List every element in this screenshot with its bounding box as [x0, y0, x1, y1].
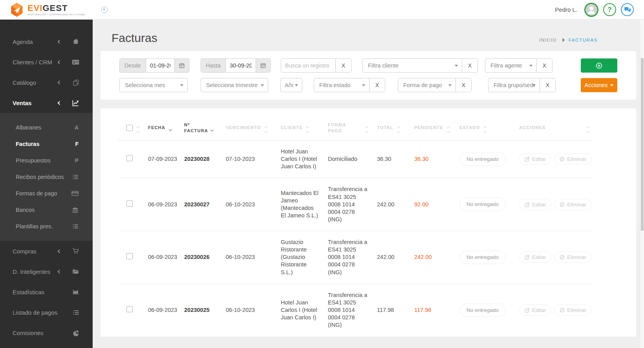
payment-method-select[interactable]: Forma de pago	[398, 78, 456, 92]
client-filter-select[interactable]: Filtra cliente	[363, 59, 462, 72]
date-from-input[interactable]	[146, 59, 174, 72]
invoice-number: 20230025	[184, 307, 210, 313]
select-all-checkbox[interactable]	[126, 125, 133, 131]
table-row: 06-09-2023 20230025 06-10-2023 Hotel Jua…	[118, 284, 593, 337]
status-filter-select[interactable]: Filtra estado	[314, 78, 369, 92]
year-select-group: Año	[280, 78, 302, 92]
sort-icon[interactable]	[397, 127, 400, 133]
year-select[interactable]: Año	[281, 78, 302, 92]
edit-button[interactable]: Editar	[519, 304, 551, 316]
delete-button[interactable]: Eliminar	[554, 153, 592, 165]
col-header-select-all[interactable]	[118, 125, 139, 131]
letter-p-icon: P	[75, 157, 79, 164]
payment-method-clear-button[interactable]: X	[456, 78, 471, 92]
sidebar-item-agenda[interactable]: Agenda	[0, 31, 93, 52]
sidebar-item-listado-de-pagos[interactable]: Listado de pagos	[0, 302, 93, 322]
sort-desc-icon[interactable]	[169, 128, 172, 131]
col-header-total[interactable]: TOTAL	[372, 125, 411, 131]
invoice-date: 06-09-2023	[148, 254, 177, 260]
edit-button[interactable]: Editar	[519, 153, 551, 165]
help-button[interactable]: ?	[603, 3, 616, 16]
col-header-forma-pago[interactable]: FORMA PAGO	[323, 122, 372, 133]
col-header-fecha[interactable]: FECHA	[139, 125, 179, 131]
logo-hexagon-icon	[10, 2, 24, 17]
submenu-item-plantillas-pres[interactable]: Plantillas pres.	[0, 218, 93, 235]
invoice-date: 07-09-2023	[148, 156, 177, 162]
search-clear-button[interactable]: X	[335, 59, 351, 72]
sidebar-item-catalogo[interactable]: Catálogo	[0, 72, 93, 93]
scrollbar-thumb[interactable]	[641, 58, 644, 231]
submenu-item-formas-de-pago[interactable]: Formas de pago	[0, 185, 93, 202]
quarter-select-group: Selecciona trimestre	[201, 78, 268, 92]
search-group: X	[281, 58, 351, 73]
calendar-icon[interactable]	[256, 59, 270, 72]
caret-down-icon	[455, 65, 458, 67]
edit-button[interactable]: Editar	[519, 199, 551, 210]
chevron-left-icon	[58, 40, 62, 44]
sidebar-item-ventas[interactable]: Ventas	[0, 93, 93, 113]
app-logo[interactable]: EVIGEST FACTURACIÓN Y CONTABILIDAD EN LA…	[10, 2, 85, 17]
acciones-button[interactable]: Acciones	[581, 78, 617, 92]
submenu-item-presupuestos[interactable]: Presupuestos P	[0, 152, 93, 169]
date-to-input[interactable]	[226, 59, 256, 72]
delete-button[interactable]: Eliminar	[554, 304, 592, 316]
user-avatar[interactable]	[584, 3, 598, 17]
month-select[interactable]: Selecciona mes	[120, 78, 187, 92]
table-row: 07-09-2023 20230028 07-10-2023 Hotel Jua…	[118, 140, 593, 178]
chat-button[interactable]	[621, 3, 634, 16]
bank-icon	[72, 207, 79, 213]
sort-icon[interactable]	[484, 127, 486, 133]
group-site-select[interactable]: Filtra grupo/sede	[488, 78, 540, 92]
col-header-vencimiento[interactable]: VENCIMIENTO	[220, 125, 264, 131]
submenu-item-bancos[interactable]: Bancos	[0, 202, 93, 218]
sidebar-item-estadisticas[interactable]: Estadísticas	[0, 282, 93, 302]
submenu-item-facturas[interactable]: Facturas F	[0, 136, 93, 152]
letter-a-icon: A	[75, 124, 79, 131]
edit-button[interactable]: Editar	[519, 251, 551, 263]
agent-filter-clear-button[interactable]: X	[536, 59, 552, 72]
submenu-item-recibos-periodicos[interactable]: Recibos periódicos	[0, 169, 93, 185]
row-checkbox[interactable]	[126, 200, 133, 207]
add-invoice-button[interactable]	[581, 58, 617, 73]
brand-secondary: GEST	[42, 3, 68, 13]
submenu-item-albaranes[interactable]: Albaranes A	[0, 119, 93, 136]
target-icon[interactable]	[101, 7, 108, 13]
status-filter-clear-button[interactable]: X	[369, 78, 385, 92]
quarter-select[interactable]: Selecciona trimestre	[201, 78, 268, 92]
group-site-clear-button[interactable]: X	[540, 78, 555, 92]
row-checkbox[interactable]	[126, 155, 133, 161]
row-checkbox[interactable]	[126, 306, 133, 312]
col-header-estado[interactable]: ESTADO	[450, 125, 513, 131]
col-header-pendiente[interactable]: PENDIENTE	[411, 125, 450, 131]
sort-icon[interactable]	[137, 127, 139, 133]
agent-filter-select[interactable]: Filtra agente	[485, 59, 536, 72]
user-name: Pedro L.	[555, 6, 577, 13]
col-header-cliente[interactable]: CLIENTE	[264, 125, 323, 131]
client-filter-clear-button[interactable]: X	[462, 59, 478, 72]
sidebar-item-comisiones[interactable]: Comisiones	[0, 322, 93, 343]
delete-button[interactable]: Eliminar	[554, 199, 592, 210]
sidebar-item-clientes-crm[interactable]: Clientes / CRM	[0, 52, 93, 72]
client-name: Hotel Juan Carlos I (Hotel Juan Carlos I…	[281, 299, 317, 321]
sort-desc-icon[interactable]	[211, 129, 213, 131]
row-checkbox[interactable]	[126, 253, 133, 259]
search-input[interactable]	[281, 59, 335, 72]
caret-down-icon	[532, 84, 536, 86]
col-header-num-factura[interactable]: Nº FACTURA	[179, 122, 220, 133]
delete-button[interactable]: Eliminar	[554, 251, 592, 263]
sort-icon[interactable]	[587, 127, 589, 133]
sort-icon[interactable]	[366, 127, 368, 133]
sort-icon[interactable]	[447, 127, 450, 133]
col-header-acciones[interactable]: ACCIONES	[513, 125, 593, 131]
due-date: 07-10-2023	[226, 156, 255, 162]
invoice-number: 20230026	[184, 254, 210, 260]
sort-icon[interactable]	[265, 127, 267, 133]
sort-icon[interactable]	[306, 127, 309, 133]
invoices-table-card: FECHA Nº FACTURA VENCIMIENTO CLIENTE FOR…	[101, 108, 636, 337]
caret-down-icon	[180, 84, 183, 86]
breadcrumb-inicio[interactable]: INICIO	[539, 38, 557, 42]
sidebar-item-compras[interactable]: Compras	[0, 241, 93, 261]
sidebar-item-d-inteligentes[interactable]: D. Inteligentes	[0, 261, 93, 282]
calendar-icon[interactable]	[174, 59, 189, 72]
caret-down-icon	[610, 84, 613, 86]
